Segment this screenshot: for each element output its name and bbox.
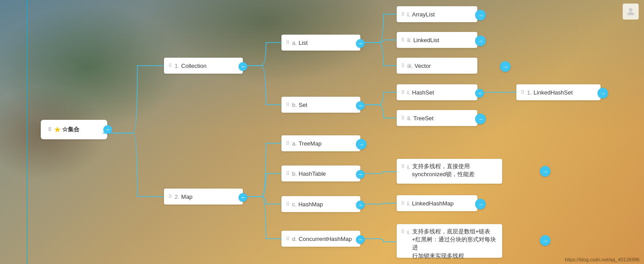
hashtable-prefix: b. — [292, 170, 297, 177]
star-icon: ★ — [54, 126, 60, 134]
treemap-node[interactable]: ⠿ a. TreeMap — [281, 135, 360, 151]
arraylist-node[interactable]: ⠿ i. ArrayList — [397, 6, 477, 22]
linkedhashset-node[interactable]: ⠿ 1. LinkedHashSet — [516, 84, 601, 100]
root-label: ☆集合 — [62, 126, 79, 134]
hashset-drag-handle: ⠿ — [401, 90, 405, 95]
concurrent-child-node[interactable]: ⠿ i. 支持多线程，底层是数组+链表+红黑树：通过分块的形式对每块进行加锁来实… — [397, 224, 502, 258]
url-bar: https://blog.csdn.net/qq_40126996 — [565, 257, 640, 262]
left-sidebar-bar — [27, 0, 27, 264]
vector-arrow-btn[interactable]: → — [500, 61, 511, 72]
arraylist-prefix: i. — [407, 11, 410, 18]
hashtable-node[interactable]: ⠿ b. HashTable — [281, 165, 360, 181]
linkedhashmap-drag-handle: ⠿ — [401, 201, 405, 206]
user-avatar-icon — [625, 6, 636, 17]
list-prefix: a. — [292, 39, 297, 46]
hashmap-drag-handle: ⠿ — [286, 201, 289, 207]
collection-drag-handle: ⠿ — [168, 63, 172, 69]
vector-label: Vector — [414, 63, 431, 69]
linkedhashset-label: LinkedHashSet — [534, 89, 573, 96]
map-drag-handle: ⠿ — [168, 194, 172, 200]
treemap-arrow-btn[interactable]: → — [356, 139, 367, 150]
vector-node[interactable]: ⠿ iii. Vector — [397, 58, 477, 74]
arraylist-drag-handle: ⠿ — [401, 12, 405, 17]
linkedlist-label: LinkedList — [413, 37, 439, 43]
list-collapse-btn[interactable]: − — [356, 39, 365, 48]
hashset-prefix: i. — [407, 89, 410, 96]
linkedhashmap-node[interactable]: ⠿ i. LinkedHashMap — [397, 195, 477, 211]
set-drag-handle: ⠿ — [286, 102, 289, 108]
linkedhashset-arrow-btn[interactable]: → — [597, 88, 608, 99]
concurrent-child-label: 支持多线程，底层是数组+链表+红黑树：通过分块的形式对每块进行加锁来实现多线程 — [412, 228, 498, 260]
treemap-label: TreeMap — [299, 140, 322, 147]
concurrent-child-drag-handle: ⠿ — [401, 229, 405, 235]
treeset-label: TreeSet — [413, 115, 433, 122]
concurrent-child-arrow-btn[interactable]: → — [540, 235, 550, 246]
hashmap-label: HashMap — [298, 201, 323, 208]
mind-map-canvas: ⠿ ★ ☆集合 − ⠿ 1. Collection − ⠿ 2. Map − ⠿… — [0, 0, 644, 264]
vector-drag-handle: ⠿ — [401, 63, 405, 69]
linkedhashmap-prefix: i. — [407, 200, 410, 207]
list-node[interactable]: ⠿ a. List — [281, 35, 360, 51]
hashmap-node[interactable]: ⠿ c. HashMap — [281, 196, 360, 212]
hashtable-child-drag-handle: ⠿ — [401, 163, 405, 170]
map-prefix: 2. — [175, 193, 180, 200]
concurrent-child-prefix: i. — [407, 229, 410, 236]
set-prefix: b. — [292, 102, 297, 108]
arraylist-label: ArrayList — [412, 11, 435, 18]
map-collapse-btn[interactable]: − — [238, 193, 247, 202]
hashset-label: HashSet — [412, 89, 434, 96]
concurrent-collapse-btn[interactable]: − — [356, 235, 365, 244]
svg-point-0 — [629, 8, 632, 12]
set-label: Set — [299, 102, 308, 108]
linkedhashset-drag-handle: ⠿ — [521, 90, 524, 95]
linkedhashmap-arrow-btn[interactable]: → — [475, 199, 486, 209]
linkedlist-arrow-btn[interactable]: → — [475, 35, 486, 46]
linkedhashset-prefix: 1. — [527, 89, 532, 96]
treeset-drag-handle: ⠿ — [401, 115, 405, 121]
arraylist-arrow-btn[interactable]: → — [475, 10, 486, 20]
map-label: Map — [181, 193, 192, 200]
hashtable-child-label: 支持多线程，直接使用synchronized锁，性能差 — [412, 162, 475, 178]
list-label: List — [299, 39, 308, 46]
vector-prefix: iii. — [407, 63, 413, 69]
profile-icon[interactable] — [623, 4, 639, 20]
treeset-node[interactable]: ⠿ ii. TreeSet — [397, 110, 477, 126]
hashtable-drag-handle: ⠿ — [286, 171, 289, 177]
linkedlist-prefix: ii. — [407, 37, 411, 43]
hashtable-child-prefix: i. — [407, 163, 410, 171]
hashmap-prefix: c. — [292, 201, 297, 208]
hashtable-collapse-btn[interactable]: − — [356, 170, 365, 179]
collection-label: Collection — [181, 63, 207, 69]
collection-collapse-btn[interactable]: − — [238, 62, 247, 71]
linkedlist-node[interactable]: ⠿ ii. LinkedList — [397, 32, 477, 48]
collection-node[interactable]: ⠿ 1. Collection — [164, 58, 243, 74]
treemap-drag-handle: ⠿ — [286, 141, 289, 146]
concurrent-label: ConcurrentHashMap — [299, 236, 352, 242]
set-collapse-btn[interactable]: − — [356, 101, 365, 110]
set-node[interactable]: ⠿ b. Set — [281, 97, 360, 113]
treeset-arrow-btn[interactable]: → — [475, 114, 486, 124]
treemap-prefix: a. — [292, 140, 297, 147]
hashmap-collapse-btn[interactable]: − — [356, 201, 365, 209]
root-collapse-btn[interactable]: − — [103, 125, 112, 134]
collection-prefix: 1. — [175, 63, 180, 69]
concurrent-prefix: d. — [292, 236, 297, 242]
hashtable-label: HashTable — [299, 170, 326, 177]
hashset-collapse-btn[interactable]: − — [475, 89, 484, 98]
list-drag-handle: ⠿ — [286, 40, 289, 46]
root-drag-handle: ⠿ — [48, 127, 51, 133]
root-node[interactable]: ⠿ ★ ☆集合 — [41, 120, 107, 139]
linkedhashmap-label: LinkedHashMap — [412, 200, 454, 207]
concurrent-hashmap-node[interactable]: ⠿ d. ConcurrentHashMap — [281, 231, 360, 247]
treeset-prefix: ii. — [407, 115, 411, 122]
map-node[interactable]: ⠿ 2. Map — [164, 189, 243, 205]
linkedlist-drag-handle: ⠿ — [401, 37, 405, 43]
hashtable-child-node[interactable]: ⠿ i. 支持多线程，直接使用synchronized锁，性能差 — [397, 159, 502, 184]
concurrent-drag-handle: ⠿ — [286, 236, 289, 242]
hashtable-child-arrow-btn[interactable]: → — [540, 166, 550, 177]
hashset-node[interactable]: ⠿ i. HashSet — [397, 84, 477, 100]
